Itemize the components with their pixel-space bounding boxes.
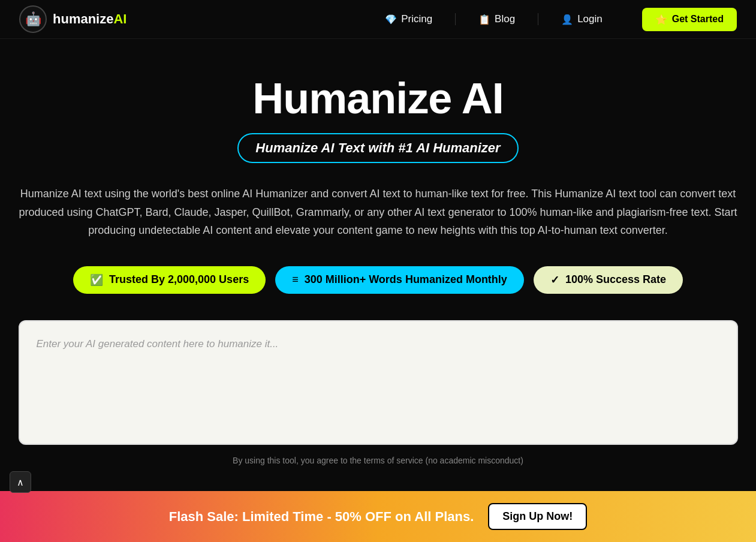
input-container [19,320,738,445]
badge-users: ✅ Trusted By 2,000,000 Users [73,266,266,294]
hero-title: Humanize AI [252,75,503,122]
ai-text-input[interactable] [20,321,737,441]
scroll-to-top-button[interactable]: ∧ [10,471,31,493]
chevron-up-icon: ∧ [17,477,24,488]
flash-sale-text: Flash Sale: Limited Time - 50% OFF on Al… [169,509,474,525]
logo-text: humanizeAI [53,11,126,27]
nav-login[interactable]: 👤 Login [538,13,625,25]
check-icon: ✓ [550,273,559,287]
sign-up-now-button[interactable]: Sign Up Now! [488,503,587,530]
lines-icon: ≡ [292,273,299,286]
hero-subtitle: Humanize AI Text with #1 AI Humanizer [237,133,518,163]
logo[interactable]: 🤖 humanizeAI [19,5,126,33]
hero-description: Humanize AI text using the world's best … [13,185,744,240]
terms-text: By using this tool, you agree to the ter… [233,456,523,465]
star-icon: ⭐ [655,14,667,25]
badge-words: ≡ 300 Million+ Words Humanized Monthly [275,266,524,294]
pricing-icon: 💎 [385,14,397,25]
nav-blog[interactable]: 📋 Blog [456,13,538,25]
blog-icon: 📋 [478,14,490,25]
login-icon: 👤 [561,14,573,25]
get-started-button[interactable]: ⭐ Get Started [642,8,737,31]
nav-pricing[interactable]: 💎 Pricing [362,13,456,25]
main-nav: 💎 Pricing 📋 Blog 👤 Login ⭐ Get Started [362,8,737,31]
badges-row: ✅ Trusted By 2,000,000 Users ≡ 300 Milli… [73,266,683,294]
flash-sale-banner: Flash Sale: Limited Time - 50% OFF on Al… [0,491,756,542]
badge-success: ✓ 100% Success Rate [534,266,683,294]
checkmark-icon: ✅ [90,273,103,287]
logo-icon: 🤖 [19,5,47,33]
